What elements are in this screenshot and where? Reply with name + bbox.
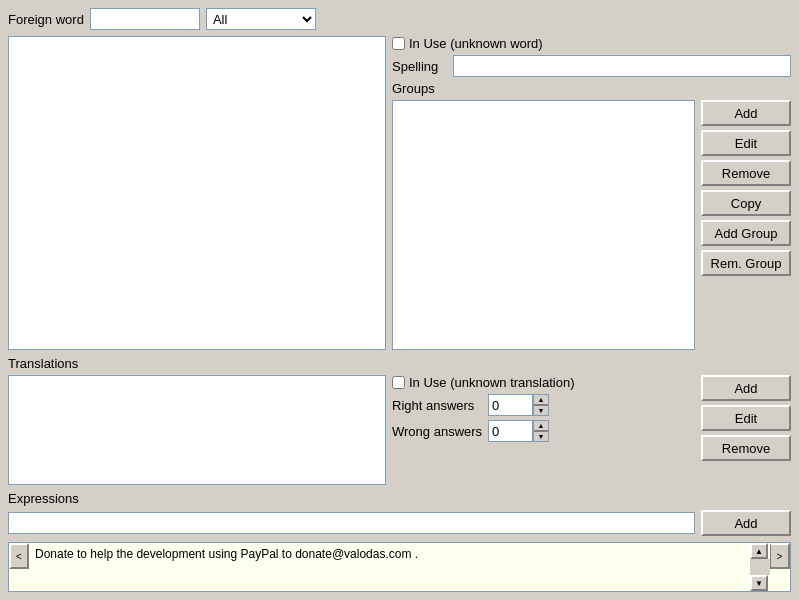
status-scroll-left-button[interactable]: <: [9, 543, 29, 569]
in-use-row: In Use (unknown word): [392, 36, 791, 51]
foreign-word-input[interactable]: [90, 8, 200, 30]
right-answers-label: Right answers: [392, 398, 482, 413]
expressions-label: Expressions: [8, 491, 791, 506]
right-answers-spinner: ▲ ▼: [488, 394, 549, 416]
trans-edit-button[interactable]: Edit: [701, 405, 791, 431]
wrong-answers-spinner: ▲ ▼: [488, 420, 549, 442]
trans-in-use-row: In Use (unknown translation): [392, 375, 695, 390]
wrong-answers-row: Wrong answers ▲ ▼: [392, 420, 695, 442]
middle-section: In Use (unknown word) Spelling Groups Ad…: [8, 36, 791, 350]
translations-right: In Use (unknown translation) Right answe…: [392, 375, 791, 485]
status-scroll-col: ▲ ▼: [750, 543, 770, 591]
status-text: Donate to help the development using Pay…: [29, 543, 750, 591]
expressions-section: Expressions Add: [8, 491, 791, 536]
status-scroll-up-button[interactable]: ▲: [750, 543, 768, 559]
right-answers-input[interactable]: [488, 394, 533, 416]
spelling-input[interactable]: [453, 55, 791, 77]
right-answers-spinner-buttons: ▲ ▼: [533, 394, 549, 416]
remove-button[interactable]: Remove: [701, 160, 791, 186]
add-button[interactable]: Add: [701, 100, 791, 126]
expressions-input[interactable]: [8, 512, 695, 534]
translations-fields: In Use (unknown translation) Right answe…: [392, 375, 695, 485]
status-bar: < Donate to help the development using P…: [8, 542, 791, 592]
all-dropdown[interactable]: All: [206, 8, 316, 30]
in-use-checkbox[interactable]: [392, 37, 405, 50]
copy-button[interactable]: Copy: [701, 190, 791, 216]
main-button-col: Add Edit Remove Copy Add Group Rem. Grou…: [701, 100, 791, 350]
expressions-inner: Add: [8, 510, 791, 536]
trans-add-button[interactable]: Add: [701, 375, 791, 401]
edit-button[interactable]: Edit: [701, 130, 791, 156]
foreign-words-listbox[interactable]: [8, 36, 386, 350]
wrong-answers-label: Wrong answers: [392, 424, 482, 439]
expressions-add-button[interactable]: Add: [701, 510, 791, 536]
translations-inner: In Use (unknown translation) Right answe…: [8, 375, 791, 485]
trans-button-col: Add Edit Remove: [701, 375, 791, 485]
rem-group-button[interactable]: Rem. Group: [701, 250, 791, 276]
trans-in-use-checkbox[interactable]: [392, 376, 405, 389]
status-scroll-down-button[interactable]: ▼: [750, 575, 768, 591]
top-row: Foreign word All: [8, 8, 791, 30]
foreign-word-label: Foreign word: [8, 12, 84, 27]
right-answers-down[interactable]: ▼: [534, 405, 548, 415]
right-answers-up[interactable]: ▲: [534, 395, 548, 405]
translations-label: Translations: [8, 356, 791, 371]
add-group-button[interactable]: Add Group: [701, 220, 791, 246]
groups-label: Groups: [392, 81, 791, 96]
right-panel: In Use (unknown word) Spelling Groups Ad…: [392, 36, 791, 350]
right-answers-row: Right answers ▲ ▼: [392, 394, 695, 416]
groups-section: Add Edit Remove Copy Add Group Rem. Grou…: [392, 100, 791, 350]
translations-section: Translations In Use (unknown translation…: [8, 356, 791, 485]
wrong-answers-up[interactable]: ▲: [534, 421, 548, 431]
groups-listbox[interactable]: [392, 100, 695, 350]
wrong-answers-down[interactable]: ▼: [534, 431, 548, 441]
trans-remove-button[interactable]: Remove: [701, 435, 791, 461]
main-container: Foreign word All In Use (unknown word) S…: [0, 0, 799, 600]
in-use-label: In Use (unknown word): [409, 36, 543, 51]
wrong-answers-input[interactable]: [488, 420, 533, 442]
status-scroll-right-button[interactable]: >: [770, 543, 790, 569]
trans-in-use-label: In Use (unknown translation): [409, 375, 574, 390]
spelling-row: Spelling: [392, 55, 791, 77]
scroll-track: [750, 559, 770, 575]
spelling-label: Spelling: [392, 59, 447, 74]
wrong-answers-spinner-buttons: ▲ ▼: [533, 420, 549, 442]
translations-listbox[interactable]: [8, 375, 386, 485]
